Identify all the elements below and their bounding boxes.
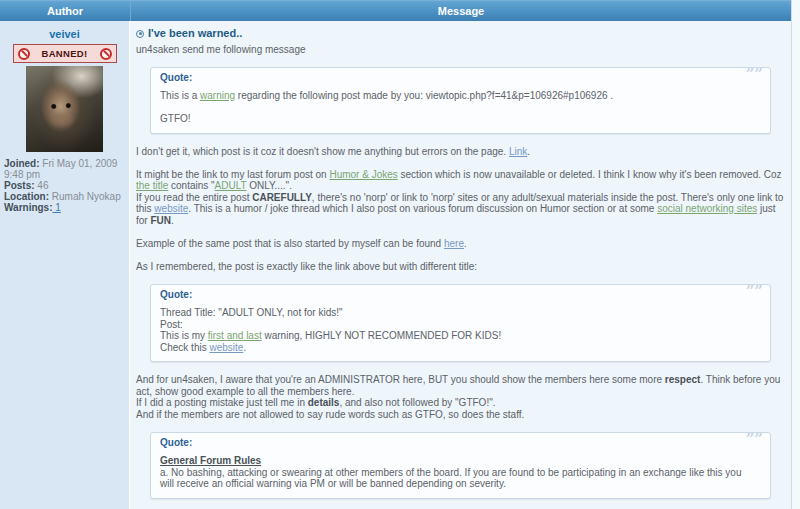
- text-segment: And if the members are not allowed to sa…: [136, 409, 524, 420]
- post-title: I've been warned..: [148, 28, 242, 40]
- post-title-row: I've been warned..: [136, 28, 785, 40]
- quote-box: ””Quote:Thread Title: "ADULT ONLY, not f…: [150, 284, 771, 363]
- text-segment: , and also not followed by "GTFO!".: [339, 397, 495, 408]
- author-detail-row: Warnings: 1: [4, 203, 126, 214]
- inline-link[interactable]: here: [444, 238, 464, 249]
- quote-label: Quote:: [160, 289, 744, 301]
- no-entry-icon: [18, 48, 30, 60]
- inline-link[interactable]: website: [209, 342, 243, 353]
- inline-link[interactable]: ADULT: [215, 180, 247, 191]
- text-segment: .: [464, 238, 467, 249]
- inline-link[interactable]: the title: [136, 180, 168, 191]
- post-paragraph: As I remembered, the post is exactly lik…: [136, 261, 785, 273]
- post-paragraph: I don't get it, which post is it coz it …: [136, 146, 785, 158]
- text-segment: .: [171, 215, 174, 226]
- text-segment: As I remembered, the post is exactly lik…: [136, 261, 477, 272]
- post-paragraph: Example of the same post that is also st…: [136, 238, 785, 250]
- detail-label: Warnings:: [4, 202, 53, 213]
- quote-content: This is a warning regarding the followin…: [160, 90, 744, 125]
- quote-glyph-icon: ””: [746, 434, 763, 446]
- text-segment: details: [308, 397, 340, 408]
- post-bullet-icon: [136, 30, 144, 38]
- author-detail-row: Posts: 46: [4, 181, 126, 192]
- quote-box: ””Quote:This is a warning regarding the …: [150, 67, 771, 134]
- message-cell: I've been warned.. un4saken send me foll…: [130, 21, 791, 509]
- text-segment: And for un4saken, I aware that you're an…: [136, 374, 665, 385]
- text-segment: .: [243, 342, 246, 353]
- text-segment: This is a: [160, 90, 200, 101]
- author-details: Joined: Fri May 01, 2009 9:48 pmPosts: 4…: [0, 159, 129, 213]
- text-segment: GTFO!: [160, 113, 191, 124]
- post-paragraph: And for un4saken, I aware that you're an…: [136, 374, 785, 420]
- no-entry-icon: [100, 48, 112, 60]
- message-column-header: Message: [131, 1, 791, 21]
- inline-link[interactable]: Humor & Jokes: [329, 169, 397, 180]
- text-segment: It might be the link to my last forum po…: [136, 169, 329, 180]
- detail-label: Joined:: [4, 158, 40, 169]
- text-segment: . This is a humor / joke thread which I …: [188, 203, 657, 214]
- text-segment: CAREFULLY: [252, 192, 312, 203]
- inline-link[interactable]: warning: [200, 90, 235, 101]
- text-segment: un4saken send me following message: [136, 44, 306, 55]
- quote-glyph-icon: ””: [746, 286, 763, 298]
- text-segment: I don't get it, which post is it coz it …: [136, 146, 509, 157]
- text-segment: Example of the same post that is also st…: [136, 238, 444, 249]
- table-header: Author Message: [0, 0, 791, 21]
- forum-topic-page: Author Message veivei BANNED! Joined: Fr…: [0, 0, 800, 509]
- text-segment: Thread Title: "ADULT ONLY, not for kids!…: [160, 307, 343, 318]
- inline-link[interactable]: Link: [509, 146, 527, 157]
- banned-label: BANNED!: [42, 48, 88, 59]
- text-segment: a. No bashing, attacking or swearing at …: [160, 467, 741, 490]
- post-row: veivei BANNED! Joined: Fri May 01, 2009 …: [0, 21, 791, 509]
- inline-link[interactable]: social networking sites: [657, 203, 757, 214]
- author-cell: veivei BANNED! Joined: Fri May 01, 2009 …: [0, 21, 130, 509]
- detail-label: Location:: [4, 191, 49, 202]
- quote-content: Thread Title: "ADULT ONLY, not for kids!…: [160, 307, 744, 353]
- detail-label: Posts:: [4, 180, 35, 191]
- avatar: [26, 66, 103, 152]
- text-segment: ONLY....".: [246, 180, 291, 191]
- author-detail-row: Location: Rumah Nyokap: [4, 192, 126, 203]
- text-segment: FUN: [150, 215, 171, 226]
- quote-label: Quote:: [160, 72, 744, 84]
- quote-content: General Forum Rulesa. No bashing, attack…: [160, 455, 744, 490]
- quote-glyph-icon: ””: [746, 69, 763, 81]
- post-paragraph: un4saken send me following message: [136, 44, 785, 56]
- post-body: un4saken send me following message””Quot…: [136, 44, 785, 509]
- text-segment: respect: [665, 374, 701, 385]
- post-table: Author Message veivei BANNED! Joined: Fr…: [0, 0, 792, 509]
- quote-label: Quote:: [160, 437, 744, 449]
- text-segment: Check this: [160, 342, 209, 353]
- post-paragraph: It might be the link to my last forum po…: [136, 169, 785, 227]
- text-segment: .: [527, 146, 530, 157]
- text-segment: If you read the entire post: [136, 192, 252, 203]
- text-segment: Post:: [160, 319, 183, 330]
- text-segment: contains ": [168, 180, 214, 191]
- text-segment: General Forum Rules: [160, 455, 261, 466]
- detail-value: 46: [35, 180, 49, 191]
- no-entry-slash: [19, 48, 30, 60]
- text-segment: regarding the following post made by you…: [235, 90, 613, 101]
- text-segment: If I did a posting mistake just tell me …: [136, 397, 308, 408]
- inline-link[interactable]: website: [154, 203, 188, 214]
- no-entry-slash: [101, 48, 112, 60]
- author-column-header: Author: [0, 1, 131, 21]
- detail-value: Rumah Nyokap: [49, 191, 121, 202]
- banned-banner: BANNED!: [13, 44, 117, 63]
- text-segment: This is my: [160, 330, 208, 341]
- detail-value[interactable]: 1: [53, 202, 61, 213]
- inline-link[interactable]: first and last: [208, 330, 262, 341]
- text-segment: section which is now unavailable or dele…: [398, 169, 782, 180]
- text-segment: warning, HIGHLY NOT RECOMMENDED FOR KIDS…: [262, 330, 502, 341]
- author-detail-row: Joined: Fri May 01, 2009 9:48 pm: [4, 159, 126, 180]
- username-link[interactable]: veivei: [0, 28, 129, 40]
- quote-box: ””Quote:General Forum Rulesa. No bashing…: [150, 432, 771, 499]
